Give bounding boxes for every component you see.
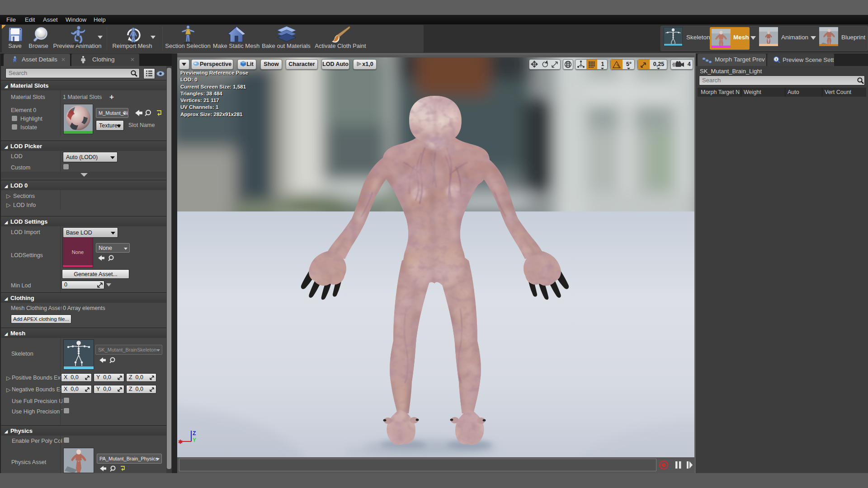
svg-text:i: i [776, 57, 777, 61]
svg-text:Y: Y [193, 437, 196, 443]
svg-text:Z: Z [193, 430, 196, 436]
svg-text:✱: ✱ [178, 439, 183, 445]
